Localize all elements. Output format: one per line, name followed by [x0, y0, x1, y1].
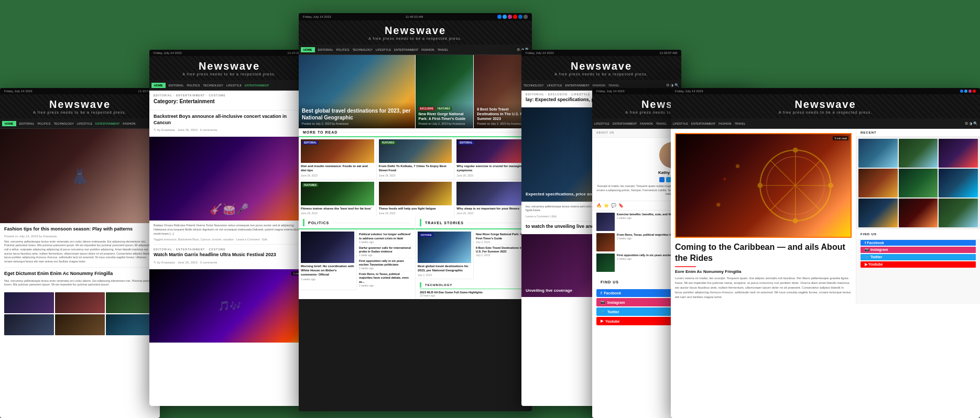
- star-icon[interactable]: ⭐: [604, 203, 609, 208]
- grid-img-2: [55, 292, 105, 313]
- carnival-read-time: 5 min read: [833, 136, 848, 140]
- header-p4: Newswave A free press needs to be a resp…: [521, 56, 681, 80]
- pol-time-2: 2 weeks ago: [359, 240, 413, 244]
- mini-meta-5: June 29, 2023: [379, 212, 452, 215]
- travel-title: TRAVEL STORIES: [425, 221, 464, 225]
- fire-icon[interactable]: 🔥: [596, 203, 602, 208]
- nav-tech-p4[interactable]: TECHNOLOGY: [524, 84, 544, 87]
- mini-title-6: Why sleep is so important for your fitne…: [456, 207, 530, 211]
- p6-main-grid: 5 min read Coming to the Caribbean — and…: [671, 129, 980, 304]
- concert-img: 🎸🥁🎤: [149, 137, 309, 221]
- nav-fashion-p3[interactable]: FASHION: [421, 48, 434, 51]
- tw-p6-btn[interactable]: 🐦 Twitter: [861, 254, 976, 260]
- find-us-p6: FIND US: [861, 232, 976, 237]
- fb-p6-label: f Facebook: [865, 241, 884, 245]
- comment-icon[interactable]: 💬: [611, 203, 616, 208]
- svg-point-7: [828, 183, 833, 188]
- nav-lifestyle-p5[interactable]: LIFESTYLE: [594, 122, 609, 125]
- mini-img-4: FEATURES: [301, 182, 374, 205]
- hero-main-title: Best global travel destinations for 2023…: [302, 107, 412, 121]
- nav-fashion-p4[interactable]: FASHION: [593, 84, 605, 87]
- tw-p6-label: 🐦 Twitter: [865, 255, 882, 259]
- header-p1: Newswave A free press needs to be a resp…: [0, 94, 160, 118]
- grid-p6-8: [899, 199, 938, 227]
- more-read-grid: EDITORIAL Diet and insulin resistance: F…: [299, 137, 532, 217]
- nav-lifestyle-p3[interactable]: LIFESTYLE: [376, 48, 391, 51]
- nav-politics-p3[interactable]: POLITICS: [336, 48, 349, 51]
- mini-title-5: These foods will help you fight fatigue: [379, 207, 452, 211]
- nav-lifestyle-p6[interactable]: LIFESTYLE: [673, 122, 688, 125]
- nav-home-p2[interactable]: HOME: [151, 83, 166, 88]
- social-find-p6: FIND US: [856, 229, 980, 239]
- p6-sidebar: RECENT: [856, 129, 980, 304]
- tech-bar: [420, 282, 421, 288]
- recent-img-3: [596, 254, 615, 272]
- article2-label-p2: EDITORIAL · ENTERTAINMENT · COSTUME: [154, 248, 305, 251]
- social-p6: [960, 90, 976, 93]
- pol-title-3: Darfur governor calls for international …: [359, 246, 413, 254]
- image-grid-p1: [0, 290, 160, 337]
- nav-tech-p2[interactable]: TECHNOLOGY: [203, 84, 224, 87]
- nav-fashion-p5[interactable]: FASHION: [640, 122, 652, 125]
- nav-editorial-p3[interactable]: EDITORIAL: [318, 48, 333, 51]
- mini-img-1: EDITORIAL: [301, 139, 374, 163]
- nav-home-p1[interactable]: HOME: [2, 121, 16, 126]
- svg-point-9: [793, 218, 798, 223]
- nav-fashion-p6[interactable]: FASHION: [718, 122, 731, 125]
- header-p6: Newswave A free press needs to be a resp…: [671, 94, 980, 118]
- nav-ent-p4[interactable]: ENTERTAINMENT: [565, 84, 590, 87]
- site-title-p3: Newswave: [301, 25, 530, 37]
- nav-editorial-p2[interactable]: EDITORIAL: [169, 84, 184, 87]
- pol-time-4: 2 weeks ago: [359, 267, 413, 270]
- nav-politics-p1[interactable]: POLITICS: [37, 122, 50, 125]
- nav-ent-p3[interactable]: ENTERTAINMENT: [394, 48, 418, 51]
- hero-main-overlay: Best global travel destinations for 2023…: [299, 102, 415, 128]
- ig-icon-p3: [508, 15, 512, 19]
- top-bar-p4: Friday, July 14 2023 11:33:57 AM: [521, 50, 681, 56]
- nav-tech-p3[interactable]: TECHNOLOGY: [353, 48, 373, 51]
- nav-tech-p1[interactable]: TECHNOLOGY: [54, 122, 74, 125]
- article2-title-p2: Watch Martin Garrix headline Ultra Music…: [154, 252, 305, 258]
- yt-icon-p3: [513, 15, 517, 19]
- yt-p6-btn[interactable]: ▶ Youtube: [861, 261, 976, 268]
- nav-travel-p5[interactable]: TRAVEL: [656, 122, 667, 125]
- title-underline: [675, 266, 696, 267]
- article1-p2: Backstreet Boys announce all-inclusive c…: [149, 111, 309, 137]
- politics-header: POLITICS: [299, 217, 415, 229]
- nav-politics-p2[interactable]: POLITICS: [187, 84, 200, 87]
- grid-p6-5: [899, 169, 938, 197]
- bookmark-icon[interactable]: 🔖: [618, 203, 624, 208]
- badge-features: FEATURES: [436, 107, 452, 111]
- grid-p6-1: [858, 139, 898, 168]
- nav-travel-p4[interactable]: TRAVEL: [608, 84, 619, 87]
- pol-article-5: From Reno, to Texas, political majoritie…: [359, 271, 413, 288]
- nav-lifestyle-p2[interactable]: LIFESTYLE: [226, 84, 242, 87]
- nav-ent-p1[interactable]: ENTERTAINMENT: [95, 122, 119, 125]
- other-icon-p3: [524, 15, 528, 19]
- carnival-img: 5 min read: [675, 133, 852, 238]
- fb-icon-p3: [497, 15, 502, 19]
- top-bar-p3: Friday, July 14 2023 11:49:33 AM: [299, 13, 532, 20]
- nav-fashion-p1[interactable]: FASHION: [123, 122, 135, 125]
- fb-p6-btn[interactable]: f Facebook: [861, 240, 976, 246]
- nav-travel-p3[interactable]: TRAVEL: [437, 48, 448, 51]
- fb-follow[interactable]: [659, 177, 665, 182]
- nav-lifestyle-p4[interactable]: LIFESTYLE: [547, 84, 562, 87]
- politics-title: POLITICS: [308, 221, 329, 225]
- site-tagline-p3: A free press needs to be a respected pre…: [301, 37, 530, 40]
- nav-ent-p2[interactable]: ENTERTAINMENT: [245, 84, 269, 87]
- nav-travel-p6[interactable]: TRAVEL: [734, 122, 745, 125]
- nav-lifestyle-p1[interactable]: LIFESTYLE: [77, 122, 92, 125]
- nav-editorial-p1[interactable]: EDITORIAL: [19, 122, 35, 125]
- hero-grid: Best global travel destinations for 2023…: [299, 55, 532, 128]
- ig-p6-btn[interactable]: 📷 Instagram: [861, 247, 976, 253]
- hero-second-badges: EXCLUSIVE FEATURES: [419, 107, 471, 111]
- nav-home-p3[interactable]: HOME: [301, 47, 315, 52]
- mini-article-4: FEATURES Fitness trainer shares the 'bes…: [299, 180, 376, 217]
- tech-article-time: 23 hours ago: [420, 294, 528, 297]
- site-title-p4: Newswave: [524, 60, 679, 72]
- nav-ent-p5[interactable]: ENTERTAINMENT: [613, 122, 637, 125]
- date-p2: Friday, July 14 2023: [154, 51, 182, 54]
- nav-ent-p6[interactable]: ENTERTAINMENT: [691, 122, 715, 125]
- mini-meta-2: June 29, 2023: [379, 174, 452, 177]
